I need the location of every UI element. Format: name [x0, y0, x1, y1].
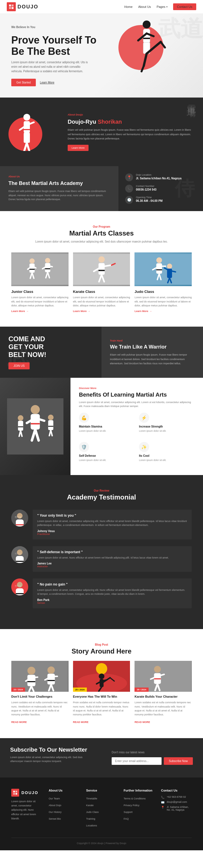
contact-label: Contact Number	[136, 185, 156, 187]
classes-title: Martial Arts Classes	[11, 229, 192, 237]
avatar-2: 専門家	[11, 546, 28, 563]
learn-more-dojo-button[interactable]: Learn More	[68, 145, 88, 151]
svg-rect-127	[16, 791, 17, 793]
svg-rect-6	[143, 38, 150, 39]
svg-rect-118	[135, 661, 192, 692]
blog-text-1: Lorem sodales est et nulla commodo tempo…	[11, 701, 69, 717]
blog-grid: 23 / 2024 Don't Limit Your Challenges Lo…	[11, 661, 192, 724]
nav-link-about[interactable]: About Us	[138, 5, 151, 8]
svg-rect-0	[9, 4, 11, 6]
belt-right-label: Train Hard	[110, 339, 195, 343]
testimonial-1: 専門家 " Your only limit is you " Lorem ips…	[11, 509, 192, 539]
defense-icon: 🛡️	[79, 442, 89, 452]
svg-point-94	[27, 667, 35, 675]
blog-text-3: Lorem sodales est et nulla commodo tempo…	[134, 701, 192, 717]
svg-point-101	[47, 666, 55, 674]
newsletter-email-input[interactable]	[112, 757, 161, 765]
benefits-label: Discover More	[79, 386, 195, 390]
footer-email-value: doujo@gmail.com	[167, 801, 187, 803]
footer-service-link-3[interactable]: Training	[86, 817, 95, 820]
jp-chars: 電車道場	[185, 97, 197, 166]
svg-point-111	[99, 674, 104, 679]
join-us-button[interactable]: JOIN US	[8, 362, 30, 369]
benefit-strength: ⚡ Increase Strength Lorem ipsum dolor si…	[139, 413, 195, 437]
testimonial-1-text: Lorem ipsum dolor sit amet, consectetur …	[37, 519, 187, 527]
nav-link-pages[interactable]: Pages ▾	[156, 5, 167, 8]
strength-title: Increase Strength	[139, 425, 195, 428]
get-started-button[interactable]: Get Started	[11, 79, 36, 86]
opening-label: Opening Time	[136, 196, 163, 199]
location-icon: 📍	[125, 174, 133, 181]
cool-text: Lorem ipsum dolor sit elit.	[139, 459, 195, 462]
svg-line-10	[144, 54, 147, 66]
junior-class-title: Junior Class	[11, 289, 69, 294]
footer-about-link-1[interactable]: About Dojo	[49, 804, 61, 807]
doujo-ryu-text: Etiam vel velit pulvinar ipsum feugis ip…	[68, 128, 192, 141]
svg-rect-40	[98, 270, 105, 271]
footer-further-link-3[interactable]: FAQ	[124, 817, 129, 820]
benefits-grid: 💪 Maintain Stamina Lorem ipsum dolor sit…	[79, 413, 195, 467]
doujo-ryu-content: About Doujo Doujo-Ryu Shorikan Etiam vel…	[68, 113, 192, 151]
blog-text-2: Proin sodales est et nulla commodo tempo…	[73, 701, 130, 717]
karate-class-title: Karate Class	[73, 289, 130, 294]
subscribe-button[interactable]: Subscribe Now	[164, 757, 193, 765]
svg-rect-74	[48, 420, 53, 430]
doujo-ryu-section: About Doujo Doujo-Ryu Shorikan Etiam vel…	[0, 97, 203, 166]
svg-line-107	[51, 676, 57, 677]
karate-class-learn-more[interactable]: Learn More	[73, 310, 130, 313]
logo-icon	[7, 2, 16, 11]
footer-service-link-4[interactable]: Locations	[86, 824, 97, 827]
footer-about-link-3[interactable]: Sensei Bio	[49, 817, 61, 820]
svg-point-73	[48, 414, 54, 420]
blog-read-more-3[interactable]: READ MORE	[134, 721, 150, 723]
testimonial-2-text: Lorem ipsum dolor sit amet. Nunc efficit…	[37, 556, 187, 560]
junior-class-image	[11, 252, 69, 286]
svg-rect-69	[18, 421, 23, 431]
defense-title: Self Defense	[79, 454, 134, 457]
benefits-image	[0, 378, 71, 475]
footer-service-link-1[interactable]: Karate	[86, 804, 94, 807]
footer-further-link-2[interactable]: Support	[124, 811, 132, 813]
learn-more-button[interactable]: Learn More	[40, 81, 54, 84]
doujo-ryu-title: Doujo-Ryu Shorikan	[68, 119, 192, 125]
svg-point-61	[31, 405, 40, 414]
strength-icon: ⚡	[139, 413, 149, 423]
footer-service-link-0[interactable]: Timetable	[86, 797, 97, 800]
classes-grid: Junior Class Lorem ipsum dolor sit amet,…	[11, 252, 192, 313]
blog-read-more-1[interactable]: READ MORE	[11, 721, 27, 723]
footer-further-link-1[interactable]: Privacy Policy	[124, 804, 139, 807]
blog-card-1: 23 / 2024 Don't Limit Your Challenges Lo…	[11, 661, 69, 724]
svg-rect-16	[24, 129, 30, 130]
belt-banner: 武 COME AND GET YOUR BELT NOW! JOIN US Tr…	[0, 327, 203, 378]
benefit-cool: ✨ Its Cool Lorem ipsum dolor sit elit.	[139, 442, 195, 467]
nav-contact-button[interactable]: Contact Us	[173, 3, 196, 10]
newsletter-right: Don't miss our latest news Subscribe Now	[101, 738, 203, 777]
svg-rect-102	[47, 674, 55, 684]
defense-text: Lorem ipsum dolor sit elit.	[79, 459, 134, 462]
judo-class-image	[134, 252, 192, 286]
svg-line-11	[142, 66, 144, 71]
testimonial-1-content: " Your only limit is you " Lorem ipsum d…	[33, 509, 192, 539]
testimonial-2: " Self-defense is important " Lorem ipsu…	[11, 546, 192, 572]
footer-service-link-2[interactable]: Judo Class	[86, 811, 99, 813]
footer-about-link-0[interactable]: Our Team	[49, 797, 60, 800]
svg-rect-1	[11, 4, 14, 6]
newsletter-text: Lorem ipsum dolor sit amet, consectetur …	[10, 755, 91, 764]
contact-value: 00036-1234 543	[136, 188, 156, 191]
benefits-image-placeholder	[0, 378, 71, 475]
blog-read-more-2[interactable]: READ MORE	[73, 721, 88, 723]
strength-text: Lorem ipsum dolor sit elit.	[139, 429, 195, 433]
classes-subtitle: Lorem ipsum dolor sit amet, consectetur …	[11, 240, 192, 244]
svg-point-47	[156, 257, 162, 263]
junior-class-learn-more[interactable]: Learn More	[11, 310, 69, 313]
blog-section: Blog Post Story Around Here	[0, 629, 203, 738]
newsletter-section: Subscribe To Our Newsletter Lorem ipsum …	[0, 738, 203, 777]
navbar: DOUJO Home About Us Pages ▾ Contact Us	[0, 0, 203, 14]
judo-class-learn-more[interactable]: Learn More	[134, 310, 192, 313]
karate-class-image	[73, 252, 130, 286]
footer-about-link-2[interactable]: Our History	[49, 811, 62, 813]
nav-link-home[interactable]: Home	[124, 5, 132, 8]
benefits-text: Lorem ipsum dolor sit amet, consectetur …	[79, 400, 195, 408]
svg-rect-91	[16, 593, 24, 594]
footer-further-link-0[interactable]: Terms & Conditions	[124, 797, 146, 800]
